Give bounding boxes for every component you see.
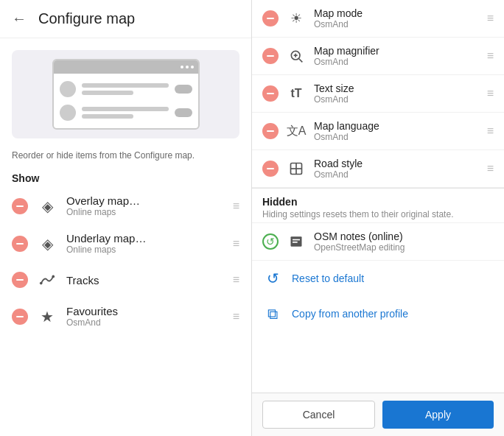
mock-line-2	[82, 107, 169, 111]
reorder-overlay-icon[interactable]: ≡	[233, 200, 239, 213]
hidden-section: Hidden Hiding settings resets them to th…	[252, 188, 504, 223]
list-item[interactable]: ★ Favourites OsmAnd ≡	[0, 298, 251, 335]
show-label: Show	[0, 166, 251, 187]
textsize-sub: OsmAnd	[314, 94, 480, 105]
bottom-bar: Cancel Apply	[252, 393, 504, 436]
page-title: Configure map	[38, 10, 135, 27]
roadstyle-name: Road style	[314, 158, 480, 169]
language-name: Map language	[314, 120, 480, 132]
reorder-mapmode-icon[interactable]: ≡	[487, 12, 494, 25]
overlay-icon: ◈	[37, 196, 57, 217]
copy-label: Copy from another profile	[292, 308, 408, 320]
tracks-name: Tracks	[66, 274, 224, 286]
remove-favourites-button[interactable]	[12, 309, 28, 325]
remove-magnifier-button[interactable]	[262, 48, 279, 64]
textsize-icon: tT	[286, 83, 307, 104]
reset-label: Reset to default	[292, 272, 364, 284]
header: ← Configure map	[0, 0, 251, 38]
svg-rect-10	[293, 239, 300, 241]
underlay-name: Underlay map…	[66, 232, 224, 245]
roadstyle-icon	[286, 158, 307, 179]
dot2	[186, 66, 189, 68]
phone-content	[54, 74, 198, 128]
svg-rect-11	[293, 242, 298, 243]
right-panel: ☀ Map mode OsmAnd ≡ Map magnifier OsmAnd	[252, 0, 504, 436]
remove-language-button[interactable]	[262, 123, 279, 139]
copy-icon: ⧉	[262, 303, 283, 324]
hidden-hint: Hiding settings resets them to their ori…	[262, 209, 494, 219]
mock-circle	[60, 81, 76, 97]
reorder-textsize-icon[interactable]: ≡	[487, 87, 494, 100]
phone-top-bar	[54, 60, 198, 74]
textsize-name: Text size	[314, 82, 480, 94]
reset-icon: ↺	[262, 268, 283, 289]
reorder-tracks-icon[interactable]: ≡	[233, 273, 239, 286]
back-button[interactable]: ←	[12, 10, 27, 27]
overlay-text: Overlay map… Online maps	[66, 194, 224, 217]
language-sub: OsmAnd	[314, 132, 480, 142]
favourites-text: Favourites OsmAnd	[66, 305, 224, 328]
mock-lines-2	[82, 107, 169, 119]
tracks-icon	[37, 270, 57, 290]
svg-point-0	[40, 282, 43, 285]
mock-line-short	[82, 91, 134, 95]
mock-line	[82, 83, 169, 88]
underlay-sub: Online maps	[66, 245, 224, 255]
osmnotes-text: OSM notes (online) OpenStreetMap editing	[314, 231, 494, 253]
reset-row[interactable]: ↺ Reset to default	[252, 261, 504, 296]
list-item[interactable]: ◈ Overlay map… Online maps ≡	[0, 187, 251, 225]
overlay-sub: Online maps	[66, 207, 224, 217]
tracks-text: Tracks	[66, 274, 224, 286]
osmnotes-name: OSM notes (online)	[314, 231, 494, 242]
mock-toggle	[175, 85, 192, 94]
copy-row[interactable]: ⧉ Copy from another profile	[252, 296, 504, 331]
roadstyle-text: Road style OsmAnd	[314, 158, 480, 180]
hidden-title: Hidden	[262, 196, 494, 208]
apply-button[interactable]: Apply	[382, 401, 494, 429]
reorder-roadstyle-icon[interactable]: ≡	[487, 162, 494, 175]
magnifier-icon	[286, 46, 307, 66]
underlay-icon: ◈	[37, 233, 57, 254]
remove-underlay-button[interactable]	[12, 236, 28, 252]
right-item[interactable]: tT Text size OsmAnd ≡	[252, 75, 504, 113]
mapmode-name: Map mode	[314, 7, 480, 19]
remove-textsize-button[interactable]	[262, 85, 279, 102]
reorder-favourites-icon[interactable]: ≡	[233, 310, 239, 323]
add-osmnotes-button[interactable]: ↺	[262, 233, 279, 250]
mapmode-icon: ☀	[286, 8, 307, 29]
magnifier-name: Map magnifier	[314, 45, 480, 57]
right-item[interactable]: Road style OsmAnd ≡	[252, 150, 504, 188]
remove-tracks-button[interactable]	[12, 272, 28, 288]
svg-point-1	[52, 275, 55, 278]
reorder-underlay-icon[interactable]: ≡	[233, 237, 239, 250]
mock-circle-2	[60, 105, 76, 121]
overlay-name: Overlay map…	[66, 194, 224, 207]
underlay-text: Underlay map… Online maps	[66, 232, 224, 255]
cancel-button[interactable]: Cancel	[262, 401, 375, 429]
mapmode-text: Map mode OsmAnd	[314, 7, 480, 29]
favourites-sub: OsmAnd	[66, 317, 224, 328]
right-item[interactable]: ☀ Map mode OsmAnd ≡	[252, 0, 504, 38]
mock-toggle-2	[175, 108, 192, 117]
right-item[interactable]: ↺ OSM notes (online) OpenStreetMap editi…	[252, 223, 504, 261]
mapmode-sub: OsmAnd	[314, 19, 480, 29]
reorder-magnifier-icon[interactable]: ≡	[487, 49, 494, 63]
list-item[interactable]: ◈ Underlay map… Online maps ≡	[0, 225, 251, 262]
right-item[interactable]: 文A Map language OsmAnd ≡	[252, 113, 504, 150]
map-preview	[12, 50, 239, 138]
svg-line-3	[299, 59, 303, 63]
list-item[interactable]: Tracks ≡	[0, 262, 251, 298]
favourites-icon: ★	[37, 306, 57, 327]
remove-mapmode-button[interactable]	[262, 10, 279, 27]
remove-overlay-button[interactable]	[12, 198, 28, 214]
phone-mockup	[52, 59, 200, 130]
osmnotes-icon	[286, 231, 307, 252]
osmnotes-sub: OpenStreetMap editing	[314, 242, 494, 253]
magnifier-text: Map magnifier OsmAnd	[314, 45, 480, 67]
magnifier-sub: OsmAnd	[314, 57, 480, 67]
right-item[interactable]: Map magnifier OsmAnd ≡	[252, 38, 504, 75]
hint-text: Reorder or hide items from the Configure…	[12, 150, 239, 161]
remove-roadstyle-button[interactable]	[262, 161, 279, 177]
reorder-language-icon[interactable]: ≡	[487, 124, 494, 138]
roadstyle-sub: OsmAnd	[314, 169, 480, 180]
